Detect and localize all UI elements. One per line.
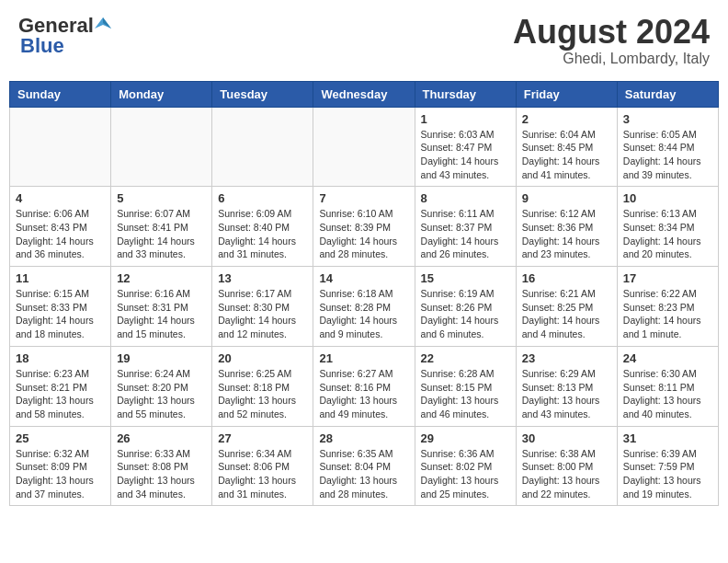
title-area: August 2024 Ghedi, Lombardy, Italy: [513, 14, 710, 67]
day-info: Sunrise: 6:04 AM Sunset: 8:45 PM Dayligh…: [522, 128, 611, 182]
day-info: Sunrise: 6:25 AM Sunset: 8:18 PM Dayligh…: [218, 367, 307, 421]
calendar-cell: 7Sunrise: 6:10 AM Sunset: 8:39 PM Daylig…: [313, 187, 415, 267]
day-number: 19: [117, 351, 206, 365]
col-header-sunday: Sunday: [10, 81, 111, 107]
day-info: Sunrise: 6:10 AM Sunset: 8:39 PM Dayligh…: [319, 207, 408, 261]
col-header-saturday: Saturday: [617, 81, 718, 107]
svg-marker-1: [103, 17, 111, 29]
day-info: Sunrise: 6:11 AM Sunset: 8:37 PM Dayligh…: [421, 207, 510, 261]
day-number: 16: [522, 271, 611, 285]
calendar-cell: [313, 107, 415, 187]
header: General Blue August 2024 Ghedi, Lombardy…: [9, 9, 719, 72]
logo: General Blue: [18, 14, 111, 58]
calendar-cell: 29Sunrise: 6:36 AM Sunset: 8:02 PM Dayli…: [415, 426, 516, 506]
location-title: Ghedi, Lombardy, Italy: [513, 51, 710, 67]
calendar-cell: 8Sunrise: 6:11 AM Sunset: 8:37 PM Daylig…: [415, 187, 516, 267]
calendar-cell: 6Sunrise: 6:09 AM Sunset: 8:40 PM Daylig…: [212, 187, 313, 267]
day-number: 5: [117, 191, 206, 205]
calendar-cell: 19Sunrise: 6:24 AM Sunset: 8:20 PM Dayli…: [111, 346, 212, 426]
calendar-cell: 3Sunrise: 6:05 AM Sunset: 8:44 PM Daylig…: [617, 107, 718, 187]
day-info: Sunrise: 6:38 AM Sunset: 8:00 PM Dayligh…: [522, 447, 611, 501]
day-info: Sunrise: 6:16 AM Sunset: 8:31 PM Dayligh…: [117, 287, 206, 341]
day-info: Sunrise: 6:29 AM Sunset: 8:13 PM Dayligh…: [522, 367, 611, 421]
calendar-cell: 31Sunrise: 6:39 AM Sunset: 7:59 PM Dayli…: [617, 426, 718, 506]
day-number: 8: [421, 191, 510, 205]
calendar-cell: 21Sunrise: 6:27 AM Sunset: 8:16 PM Dayli…: [313, 346, 415, 426]
day-info: Sunrise: 6:07 AM Sunset: 8:41 PM Dayligh…: [117, 207, 206, 261]
calendar-cell: 25Sunrise: 6:32 AM Sunset: 8:09 PM Dayli…: [10, 426, 111, 506]
day-info: Sunrise: 6:17 AM Sunset: 8:30 PM Dayligh…: [218, 287, 307, 341]
calendar-cell: 1Sunrise: 6:03 AM Sunset: 8:47 PM Daylig…: [415, 107, 516, 187]
calendar-cell: 5Sunrise: 6:07 AM Sunset: 8:41 PM Daylig…: [111, 187, 212, 267]
day-info: Sunrise: 6:15 AM Sunset: 8:33 PM Dayligh…: [16, 287, 105, 341]
day-info: Sunrise: 6:33 AM Sunset: 8:08 PM Dayligh…: [117, 447, 206, 501]
day-info: Sunrise: 6:36 AM Sunset: 8:02 PM Dayligh…: [421, 447, 510, 501]
calendar-cell: 4Sunrise: 6:06 AM Sunset: 8:43 PM Daylig…: [10, 187, 111, 267]
day-number: 25: [16, 431, 105, 445]
calendar-cell: 27Sunrise: 6:34 AM Sunset: 8:06 PM Dayli…: [212, 426, 313, 506]
calendar-week-row: 4Sunrise: 6:06 AM Sunset: 8:43 PM Daylig…: [10, 187, 719, 267]
day-info: Sunrise: 6:19 AM Sunset: 8:26 PM Dayligh…: [421, 287, 510, 341]
day-info: Sunrise: 6:06 AM Sunset: 8:43 PM Dayligh…: [16, 207, 105, 261]
calendar-cell: 17Sunrise: 6:22 AM Sunset: 8:23 PM Dayli…: [617, 267, 718, 347]
day-info: Sunrise: 6:21 AM Sunset: 8:25 PM Dayligh…: [522, 287, 611, 341]
col-header-wednesday: Wednesday: [313, 81, 415, 107]
logo-bird-icon: [95, 16, 111, 32]
day-number: 30: [522, 431, 611, 445]
day-number: 1: [421, 112, 510, 126]
day-info: Sunrise: 6:32 AM Sunset: 8:09 PM Dayligh…: [16, 447, 105, 501]
calendar-cell: 24Sunrise: 6:30 AM Sunset: 8:11 PM Dayli…: [617, 346, 718, 426]
day-number: 13: [218, 271, 307, 285]
day-number: 15: [421, 271, 510, 285]
col-header-thursday: Thursday: [415, 81, 516, 107]
logo-blue-text: Blue: [20, 34, 64, 57]
day-number: 18: [16, 351, 105, 365]
day-number: 12: [117, 271, 206, 285]
calendar-cell: 11Sunrise: 6:15 AM Sunset: 8:33 PM Dayli…: [10, 267, 111, 347]
calendar-cell: 9Sunrise: 6:12 AM Sunset: 8:36 PM Daylig…: [516, 187, 617, 267]
day-number: 24: [623, 351, 712, 365]
day-info: Sunrise: 6:13 AM Sunset: 8:34 PM Dayligh…: [623, 207, 712, 261]
calendar-cell: 14Sunrise: 6:18 AM Sunset: 8:28 PM Dayli…: [313, 267, 415, 347]
day-info: Sunrise: 6:05 AM Sunset: 8:44 PM Dayligh…: [623, 128, 712, 182]
day-number: 9: [522, 191, 611, 205]
day-info: Sunrise: 6:18 AM Sunset: 8:28 PM Dayligh…: [319, 287, 408, 341]
day-info: Sunrise: 6:03 AM Sunset: 8:47 PM Dayligh…: [421, 128, 510, 182]
calendar-header-row: SundayMondayTuesdayWednesdayThursdayFrid…: [10, 81, 719, 107]
calendar-cell: 12Sunrise: 6:16 AM Sunset: 8:31 PM Dayli…: [111, 267, 212, 347]
calendar-table: SundayMondayTuesdayWednesdayThursdayFrid…: [9, 81, 719, 507]
calendar-cell: 22Sunrise: 6:28 AM Sunset: 8:15 PM Dayli…: [415, 346, 516, 426]
calendar-cell: [212, 107, 313, 187]
day-number: 7: [319, 191, 408, 205]
calendar-cell: 15Sunrise: 6:19 AM Sunset: 8:26 PM Dayli…: [415, 267, 516, 347]
day-number: 6: [218, 191, 307, 205]
calendar-week-row: 1Sunrise: 6:03 AM Sunset: 8:47 PM Daylig…: [10, 107, 719, 187]
day-info: Sunrise: 6:30 AM Sunset: 8:11 PM Dayligh…: [623, 367, 712, 421]
day-info: Sunrise: 6:39 AM Sunset: 7:59 PM Dayligh…: [623, 447, 712, 501]
month-title: August 2024: [513, 14, 710, 51]
day-number: 22: [421, 351, 510, 365]
day-number: 17: [623, 271, 712, 285]
calendar-cell: 26Sunrise: 6:33 AM Sunset: 8:08 PM Dayli…: [111, 426, 212, 506]
day-number: 20: [218, 351, 307, 365]
calendar-cell: 28Sunrise: 6:35 AM Sunset: 8:04 PM Dayli…: [313, 426, 415, 506]
day-number: 26: [117, 431, 206, 445]
day-number: 10: [623, 191, 712, 205]
day-number: 27: [218, 431, 307, 445]
calendar-cell: 16Sunrise: 6:21 AM Sunset: 8:25 PM Dayli…: [516, 267, 617, 347]
calendar-cell: [10, 107, 111, 187]
day-info: Sunrise: 6:12 AM Sunset: 8:36 PM Dayligh…: [522, 207, 611, 261]
day-info: Sunrise: 6:22 AM Sunset: 8:23 PM Dayligh…: [623, 287, 712, 341]
day-info: Sunrise: 6:09 AM Sunset: 8:40 PM Dayligh…: [218, 207, 307, 261]
day-number: 21: [319, 351, 408, 365]
day-info: Sunrise: 6:35 AM Sunset: 8:04 PM Dayligh…: [319, 447, 408, 501]
day-number: 31: [623, 431, 712, 445]
day-info: Sunrise: 6:27 AM Sunset: 8:16 PM Dayligh…: [319, 367, 408, 421]
calendar-cell: 30Sunrise: 6:38 AM Sunset: 8:00 PM Dayli…: [516, 426, 617, 506]
day-number: 4: [16, 191, 105, 205]
calendar-week-row: 18Sunrise: 6:23 AM Sunset: 8:21 PM Dayli…: [10, 346, 719, 426]
day-number: 23: [522, 351, 611, 365]
calendar-cell: 23Sunrise: 6:29 AM Sunset: 8:13 PM Dayli…: [516, 346, 617, 426]
calendar-cell: [111, 107, 212, 187]
calendar-cell: 18Sunrise: 6:23 AM Sunset: 8:21 PM Dayli…: [10, 346, 111, 426]
